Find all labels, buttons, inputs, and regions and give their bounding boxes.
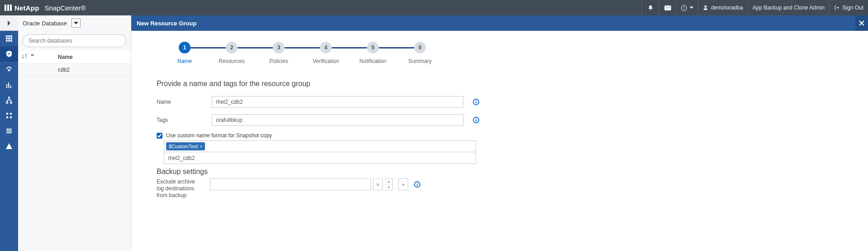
storage-icon xyxy=(5,112,13,119)
svg-point-19 xyxy=(10,130,11,132)
caret-down-icon xyxy=(690,6,693,9)
page-header: New Resource Group xyxy=(131,15,868,31)
svg-point-18 xyxy=(7,129,9,130)
rail-hosts[interactable] xyxy=(0,92,18,108)
close-button[interactable] xyxy=(855,15,868,31)
mail-icon xyxy=(664,5,671,10)
role-label[interactable]: App Backup and Clone Admin xyxy=(748,0,829,15)
svg-rect-22 xyxy=(476,101,477,103)
brand-company: NetApp xyxy=(14,4,39,12)
backup-settings-heading: Backup settings xyxy=(157,168,843,176)
svg-rect-15 xyxy=(10,113,12,115)
rail-monitor[interactable] xyxy=(0,62,18,77)
exclude-destination-input[interactable] xyxy=(210,179,371,190)
wizard-step-verification[interactable]: 4 Verification xyxy=(302,42,349,64)
svg-rect-10 xyxy=(10,38,12,39)
caret-down-icon xyxy=(74,21,78,25)
rail-storage[interactable] xyxy=(0,108,18,123)
notifications-button[interactable] xyxy=(642,0,659,15)
sliders-icon xyxy=(5,127,13,135)
shield-check-icon xyxy=(5,50,13,58)
format-value-input[interactable] xyxy=(164,152,476,164)
side-panel: Oracle Database Name xyxy=(18,15,131,251)
svg-rect-28 xyxy=(417,184,418,186)
label-tags: Tags xyxy=(157,117,203,123)
rail-resources[interactable] xyxy=(0,46,18,62)
wizard-step-name[interactable]: 1 Name xyxy=(161,42,208,64)
sort-icon xyxy=(22,53,27,59)
user-label: demo\oradba xyxy=(711,5,743,11)
svg-rect-9 xyxy=(8,38,10,39)
bell-icon xyxy=(648,5,653,11)
stepper-up[interactable]: ▴ xyxy=(385,179,392,185)
custom-format-checkbox[interactable] xyxy=(157,133,162,139)
label-custom-format: Use custom name format for Snapshot copy xyxy=(166,132,272,139)
svg-rect-1 xyxy=(7,5,9,11)
info-name[interactable] xyxy=(472,98,480,106)
svg-rect-29 xyxy=(417,183,418,184)
rail-dashboard[interactable] xyxy=(0,31,18,46)
close-icon xyxy=(859,20,864,26)
svg-rect-17 xyxy=(10,116,12,118)
chart-icon xyxy=(5,81,13,88)
label-name: Name xyxy=(157,99,203,105)
name-input[interactable] xyxy=(212,96,463,108)
svg-rect-25 xyxy=(476,120,477,121)
messages-button[interactable] xyxy=(659,0,676,15)
svg-rect-2 xyxy=(10,5,12,11)
svg-rect-11 xyxy=(6,40,8,42)
svg-rect-13 xyxy=(10,40,12,42)
info-tags[interactable] xyxy=(472,116,480,124)
brand: NetApp SnapCenter® xyxy=(5,4,86,12)
svg-point-20 xyxy=(8,132,9,134)
signout-icon xyxy=(834,5,839,10)
token-remove[interactable]: × xyxy=(200,144,202,149)
table-row[interactable]: cdb2 xyxy=(18,63,131,76)
side-context-label: Oracle Database xyxy=(23,20,67,27)
wizard-step-policies[interactable]: 3 Policies xyxy=(255,42,302,64)
chevron-right-icon xyxy=(5,19,13,27)
side-context-selector[interactable]: Oracle Database xyxy=(18,15,131,31)
info-icon xyxy=(414,181,420,188)
svg-rect-26 xyxy=(476,119,477,120)
user-icon xyxy=(703,5,708,10)
rail-settings[interactable] xyxy=(0,123,18,139)
form-heading: Provide a name and tags for the resource… xyxy=(157,80,843,88)
page-title: New Resource Group xyxy=(137,20,196,27)
svg-rect-14 xyxy=(6,113,8,115)
svg-rect-23 xyxy=(476,101,477,101)
wizard-step-notification[interactable]: 5 Notification xyxy=(349,42,396,64)
wizard-step-summary[interactable]: 6 Summary xyxy=(396,42,444,64)
info-exclude[interactable] xyxy=(414,181,421,188)
info-icon xyxy=(473,117,479,123)
column-actions[interactable] xyxy=(18,51,54,63)
side-context-dropdown[interactable] xyxy=(72,19,81,28)
db-name: cdb2 xyxy=(58,67,70,73)
wizard: 1 Name 2 Resources 3 Policies 4 xyxy=(161,42,843,64)
rail-expand-button[interactable] xyxy=(0,15,18,31)
column-name[interactable]: Name xyxy=(54,51,131,63)
help-icon: ? xyxy=(681,5,687,11)
svg-rect-5 xyxy=(6,35,8,37)
tags-input[interactable] xyxy=(212,114,463,126)
svg-text:?: ? xyxy=(683,6,685,10)
exclude-stepper[interactable]: ▴ ▾ xyxy=(385,179,393,190)
brand-logo-icon xyxy=(5,5,12,11)
format-token-box[interactable]: $CustomText × xyxy=(164,140,476,152)
svg-rect-0 xyxy=(5,5,6,11)
rail-alerts[interactable] xyxy=(0,139,18,154)
svg-rect-16 xyxy=(6,116,8,118)
topbar: NetApp SnapCenter® ? demo\oradba App Bac… xyxy=(0,0,868,15)
exclude-clear-button[interactable]: × xyxy=(373,179,383,190)
signout-button[interactable]: Sign Out xyxy=(829,0,868,15)
user-menu[interactable]: demo\oradba xyxy=(698,0,748,15)
stepper-down[interactable]: ▾ xyxy=(385,185,392,190)
exclude-add-button[interactable]: + xyxy=(398,179,408,190)
rail-reports[interactable] xyxy=(0,77,18,92)
format-token[interactable]: $CustomText × xyxy=(166,142,205,150)
help-button[interactable]: ? xyxy=(676,0,698,15)
wizard-step-resources[interactable]: 2 Resources xyxy=(208,42,255,64)
search-input[interactable] xyxy=(23,34,126,47)
gauge-icon xyxy=(5,66,13,73)
rail-nav xyxy=(0,15,18,251)
